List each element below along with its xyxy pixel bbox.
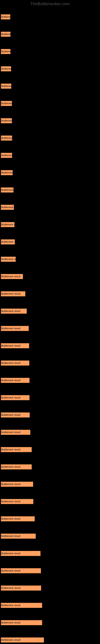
bar-text: Bottleneck result — [1, 222, 15, 227]
bar-text: Bottleneck result — [1, 586, 41, 591]
row-category-label: NVIDIA Quadro RTX 8000 — [1, 494, 32, 499]
value-label: 42 — [43, 620, 46, 625]
chart-row: NVIDIA RTX A5500Bottleneck result14.4 — [1, 234, 99, 248]
value-label: 40.5 — [41, 551, 47, 556]
value-label: 11.6 — [13, 153, 18, 158]
chart-row: AMD Radeon RX 7900 GREBottleneck result3… — [1, 528, 99, 543]
value-label: 42 — [43, 603, 46, 608]
value-label: 33.2 — [34, 499, 39, 504]
value-label: 10 — [11, 32, 14, 37]
value-label: 44 — [45, 637, 48, 642]
bar-text: Bottleneck result — [1, 499, 33, 504]
row-category-label: NVIDIA TITAN V — [1, 338, 20, 343]
row-category-label: NVIDIA GeForce RTX 4060 Ti — [1, 217, 36, 222]
bar-text: Bottleneck result — [1, 360, 29, 366]
value-label: 34.5 — [36, 516, 41, 522]
value-label: 29.3 — [30, 395, 35, 400]
row-category-label: AMD Radeon RX 6900 XT — [1, 615, 32, 620]
bar-text: Bottleneck result — [1, 620, 42, 625]
row-category-label: NVIDIA GeForce RTX 2080 SUPER — [1, 355, 43, 360]
row-category-label: NVIDIA GeForce RTX 4090 — [1, 130, 33, 136]
value-label: 10.8 — [12, 84, 17, 89]
value-label: 33 — [34, 482, 37, 487]
bar-text: Bottleneck result — [1, 205, 14, 210]
row-category-label: NVIDIA GeForce RTX 3080 Ti — [1, 598, 36, 603]
chart-row: NVIDIA GeForce RTX 4070 SUPERBottleneck … — [1, 26, 99, 41]
chart-row: NVIDIA Quadro RTX 8000Bottleneck result3… — [1, 494, 99, 508]
row-category-label: AMD Radeon PRO W7700 — [1, 286, 32, 291]
row-category-label: AMD Radeon RX 7900 XTX — [1, 148, 33, 153]
bar-text: Bottleneck result — [1, 291, 25, 296]
value-label: 11.5 — [13, 136, 18, 141]
value-label: 41 — [42, 586, 45, 591]
row-category-label: NVIDIA RTX A4500 — [1, 269, 24, 274]
chart-row: NVIDIA RTX 6000 Ada GenerationBottleneck… — [1, 78, 99, 93]
bar-text: Bottleneck result — [1, 603, 42, 608]
bar-text: Bottleneck result — [1, 568, 41, 573]
row-category-label: NVIDIA RTX A5000 — [1, 511, 24, 516]
chart-row: NVIDIA RTX A4000Bottleneck result13 — [1, 182, 99, 196]
chart-row: NVIDIA GeForce RTX 3070Bottleneck result… — [1, 200, 99, 214]
row-category-label: NVIDIA GeForce RTX 3080 — [1, 580, 33, 586]
bar-text: Bottleneck result — [1, 447, 32, 452]
chart-row: NVIDIA GeForce RTX 4070 TiBottleneck res… — [1, 9, 99, 24]
chart-row: NVIDIA GeForce RTX 2080Bottleneck result… — [1, 303, 99, 318]
value-label: 22.5 — [24, 274, 29, 279]
bar-text: Bottleneck result — [1, 430, 30, 435]
chart-row: NVIDIA Quadro RTX 6000Bottleneck result3… — [1, 424, 99, 439]
row-category-label: AMD Radeon RX 7800 XT — [1, 442, 32, 447]
row-category-label: NVIDIA GeForce RTX 2080 Ti — [1, 407, 36, 412]
bar-text: Bottleneck result — [1, 464, 32, 470]
bar-text: Bottleneck result — [1, 66, 11, 72]
chart-row: NVIDIA GeForce RTX 4070Bottleneck result… — [1, 563, 99, 578]
bar-text: Bottleneck result — [1, 637, 44, 642]
row-category-label: NVIDIA TITAN RTX — [1, 372, 24, 378]
bottleneck-bar-chart: NVIDIA GeForce RTX 4070 TiBottleneck res… — [1, 9, 99, 644]
row-category-label: NVIDIA GeForce RTX 3090 Ti — [1, 61, 36, 66]
bar-text: Bottleneck result — [1, 343, 29, 348]
chart-row: NVIDIA RTX A4500Bottleneck result22.5 — [1, 269, 99, 283]
chart-row: AMD Radeon RX 6800 XTBottleneck result40… — [1, 546, 99, 560]
value-label: 40.8 — [42, 568, 47, 573]
chart-row: NVIDIA GeForce RTX 4060 TiBottleneck res… — [1, 217, 99, 231]
row-category-label: NVIDIA GeForce RTX 3060 Ti — [1, 390, 36, 395]
chart-row: NVIDIA Quadro GV100Bottleneck result15.2 — [1, 251, 99, 266]
value-label: 30 — [31, 430, 34, 435]
chart-row: NVIDIA GeForce RTX 3090 TiBottleneck res… — [1, 61, 99, 76]
value-label: 28.5 — [30, 326, 35, 331]
bar-text: Bottleneck result — [1, 534, 36, 539]
chart-row: NVIDIA GeForce RTX 3060 TiBottleneck res… — [1, 390, 99, 404]
row-category-label: NVIDIA RTX A5500 — [1, 234, 24, 239]
bar-text: Bottleneck result — [1, 256, 16, 262]
chart-row: NVIDIA GeForce RTX 2080 SUPERBottleneck … — [1, 355, 99, 370]
chart-row: AMD Radeon RX 6800Bottleneck result31.5 — [1, 459, 99, 474]
bar-text: Bottleneck result — [1, 378, 30, 383]
bar-text: Bottleneck result — [1, 308, 27, 314]
value-label: 31.5 — [33, 464, 38, 470]
watermark: TheBottlenecker.com — [1, 2, 99, 6]
value-label: 13.5 — [15, 205, 20, 210]
chart-row: AMD Radeon PRO W7700Bottleneck result25 — [1, 286, 99, 300]
row-category-label: NVIDIA Quadro RTX 6000 — [1, 424, 32, 430]
row-category-label: NVIDIA GeForce RTX 4070 SUPER — [1, 26, 43, 32]
value-label: 29.2 — [30, 378, 35, 383]
row-category-label: NVIDIA GeForce RTX 4070 — [1, 563, 33, 568]
row-category-label: NVIDIA RTX A4000 — [1, 182, 24, 187]
chart-row: AMD Radeon RX 6950 XTBottleneck result44 — [1, 632, 99, 644]
value-label: 14 — [15, 222, 18, 227]
row-category-label: NVIDIA GeForce RTX 4070 Ti — [1, 9, 36, 14]
row-category-label: NVIDIA GeForce RTX 4070 Ti SUPER — [1, 113, 46, 118]
bar-text: Bottleneck result — [1, 412, 30, 418]
row-category-label: NVIDIA RTX 6000 Ada Generation — [1, 78, 41, 84]
chart-row: NVIDIA RTX A5000Bottleneck result34.5 — [1, 511, 99, 526]
chart-row: NVIDIA GeForce RTX 3080Bottleneck result… — [1, 580, 99, 595]
chart-row: NVIDIA GeForce RTX 4070 Ti SUPERBottlene… — [1, 113, 99, 128]
chart-row: NVIDIA GeForce RTX 4090Bottleneck result… — [1, 130, 99, 145]
row-category-label: AMD Radeon RX 6950 XT — [1, 632, 32, 637]
bar-text: Bottleneck result — [1, 14, 10, 20]
value-label: 26.5 — [28, 308, 33, 314]
chart-row: NVIDIA TITAN VBottleneck result28.9 — [1, 338, 99, 352]
value-label: 25 — [26, 291, 29, 296]
bar-text: Bottleneck result — [1, 153, 12, 158]
bar-text: Bottleneck result — [1, 482, 33, 487]
